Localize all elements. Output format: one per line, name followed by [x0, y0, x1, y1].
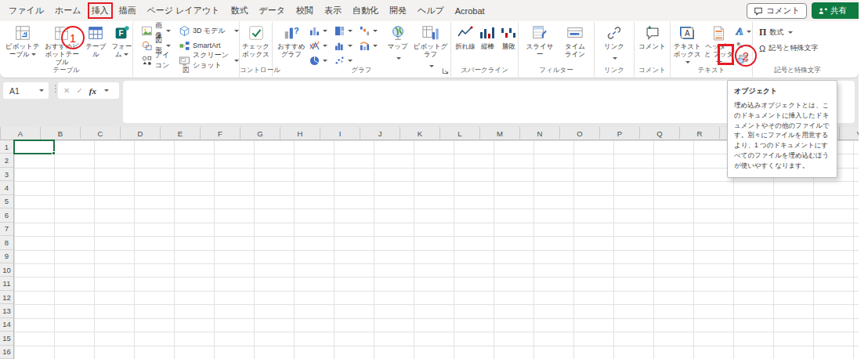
- row-header[interactable]: 13: [0, 304, 13, 317]
- svg-text:F: F: [119, 29, 124, 38]
- fill-handle[interactable]: [52, 151, 56, 155]
- waterfall-chart-button[interactable]: [360, 26, 385, 36]
- menu-tab[interactable]: 描画: [114, 0, 141, 21]
- column-header[interactable]: C: [81, 127, 121, 140]
- row-header[interactable]: 11: [0, 277, 13, 290]
- active-cell-a1[interactable]: [13, 140, 55, 154]
- column-header[interactable]: Q: [640, 127, 680, 140]
- menu-tab[interactable]: データ: [254, 0, 290, 21]
- row-header[interactable]: 1: [0, 140, 13, 154]
- omega-symbol-icon: Ω: [759, 44, 765, 53]
- pivot-table-button[interactable]: ピボットテーブル: [5, 24, 40, 58]
- checkbox-button[interactable]: チェック ボックス: [241, 24, 271, 58]
- row-header[interactable]: 4: [0, 181, 13, 194]
- cancel-icon[interactable]: ✕: [63, 86, 70, 95]
- row-header[interactable]: 9: [0, 250, 13, 263]
- sparkline-line-button[interactable]: 折れ線: [455, 24, 476, 50]
- row-header[interactable]: 7: [0, 223, 13, 236]
- row-header[interactable]: 10: [0, 263, 13, 277]
- menu-tab[interactable]: 挿入: [88, 2, 113, 19]
- hierarchy-chart-button[interactable]: [335, 26, 360, 36]
- column-header[interactable]: E: [161, 127, 201, 140]
- column-header[interactable]: H: [280, 127, 320, 140]
- table-button[interactable]: テーブル: [84, 24, 108, 58]
- menu-tab[interactable]: ページ レイアウト: [143, 0, 225, 21]
- row-header[interactable]: 8: [0, 236, 13, 249]
- comments-button[interactable]: コメント: [747, 3, 807, 19]
- menu-tab[interactable]: ヘルプ: [413, 0, 449, 21]
- row-header[interactable]: 6: [0, 209, 13, 222]
- slicer-icon: [531, 24, 548, 42]
- menu-tab[interactable]: 校閲: [291, 0, 318, 21]
- comment-button[interactable]: コメント: [638, 24, 667, 50]
- form-button[interactable]: F フォーム: [111, 24, 132, 58]
- column-header[interactable]: L: [440, 127, 480, 140]
- chevron-down-icon: [39, 89, 44, 92]
- symbol-button[interactable]: Ω 記号と特殊文字: [759, 43, 842, 53]
- group-filters: スライサー タイム ライン フィルター: [519, 22, 595, 77]
- column-header[interactable]: K: [400, 127, 440, 140]
- name-box[interactable]: A1: [3, 82, 49, 99]
- chevron-down-icon: [348, 60, 353, 62]
- column-header[interactable]: V: [840, 127, 859, 140]
- slicer-button[interactable]: スライサー: [523, 24, 556, 58]
- row-header[interactable]: 14: [0, 318, 13, 332]
- row-header[interactable]: 16: [0, 346, 13, 359]
- share-button[interactable]: 共有: [812, 2, 859, 19]
- chevron-down-icon: [348, 45, 353, 47]
- row-header[interactable]: 15: [0, 332, 13, 345]
- scatter-chart-button[interactable]: [335, 56, 360, 66]
- column-header[interactable]: B: [41, 127, 81, 140]
- group-label: コメント: [635, 66, 670, 75]
- column-header[interactable]: O: [560, 127, 600, 140]
- combo-chart-button[interactable]: [360, 41, 385, 51]
- menu-tab[interactable]: 自動化: [348, 0, 383, 21]
- group-label: グラフ: [273, 66, 450, 75]
- ribbon-tabs: ファイル ホーム 挿入 描画 ページ レイアウト 数式 データ 校閲 表示: [0, 0, 491, 21]
- annotation-step-1: 1: [61, 26, 85, 49]
- pie-chart-button[interactable]: [309, 56, 335, 66]
- text-box-button[interactable]: A テキスト ボックス: [673, 24, 701, 66]
- column-header[interactable]: F: [201, 127, 241, 140]
- column-header[interactable]: J: [360, 127, 400, 140]
- 3d-models-button[interactable]: 3D モデル: [179, 24, 239, 38]
- text-box-icon: A: [681, 24, 693, 42]
- menu-tab[interactable]: 表示: [320, 0, 346, 21]
- chevron-down-icon: [124, 53, 128, 56]
- column-header[interactable]: I: [320, 127, 360, 140]
- comments-button-label: コメント: [766, 5, 800, 16]
- sparkline-column-button[interactable]: 縦棒: [479, 24, 497, 50]
- chevron-down-icon: [166, 30, 171, 32]
- histogram-chart-button[interactable]: [335, 41, 360, 51]
- row-header[interactable]: 3: [0, 168, 13, 181]
- menu-tab[interactable]: 開発: [385, 0, 411, 21]
- column-header[interactable]: N: [520, 127, 560, 140]
- row-header[interactable]: 12: [0, 291, 13, 304]
- column-header[interactable]: R: [680, 127, 720, 140]
- charts-dialog-launcher[interactable]: [442, 67, 449, 74]
- enter-icon[interactable]: ✓: [76, 86, 82, 95]
- link-button[interactable]: リンク: [602, 24, 627, 65]
- menu-tab[interactable]: 数式: [226, 0, 252, 21]
- insert-function-icon[interactable]: fx: [89, 86, 96, 96]
- menu-tab[interactable]: Acrobat: [450, 0, 490, 21]
- column-header[interactable]: G: [241, 127, 280, 140]
- recommended-charts-button[interactable]: ? おすすめ グラフ: [276, 24, 307, 58]
- sparkline-winloss-button[interactable]: 勝敗: [500, 24, 518, 50]
- menu-tab[interactable]: ホーム: [50, 0, 86, 21]
- maps-button[interactable]: マップ: [387, 24, 408, 65]
- column-header[interactable]: D: [121, 127, 161, 140]
- column-header[interactable]: A: [1, 127, 41, 140]
- group-charts: ? おすすめ グラフ: [273, 22, 451, 77]
- line-chart-button[interactable]: [309, 41, 335, 51]
- timeline-button[interactable]: タイム ライン: [561, 24, 589, 58]
- menu-tab[interactable]: ファイル: [4, 0, 49, 21]
- column-header[interactable]: P: [600, 127, 640, 140]
- column-chart-button[interactable]: [309, 26, 335, 36]
- row-header[interactable]: 2: [0, 154, 13, 167]
- row-header[interactable]: 5: [0, 195, 13, 209]
- select-all-corner[interactable]: [0, 127, 1, 140]
- wordart-button[interactable]: A: [736, 25, 752, 38]
- column-header[interactable]: M: [480, 127, 520, 140]
- equation-button[interactable]: Π 数式: [759, 27, 842, 38]
